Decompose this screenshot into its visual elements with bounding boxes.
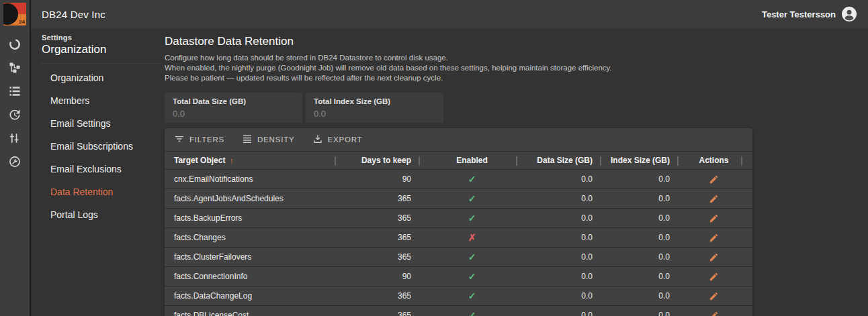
cell-days: 365 bbox=[339, 248, 423, 266]
cell-days: 365 bbox=[339, 209, 423, 227]
density-button[interactable]: DENSITY bbox=[242, 134, 294, 146]
edit-pencil-button[interactable] bbox=[707, 269, 722, 284]
table-row: facts.DataChangeLog 365 ✓ 0.0 0.0 bbox=[165, 286, 752, 306]
filters-button[interactable]: FILTERS bbox=[174, 134, 224, 146]
page-title: Datastore Data Retention bbox=[165, 35, 868, 48]
rail-item-overview[interactable] bbox=[0, 34, 30, 57]
filter-icon bbox=[174, 134, 185, 146]
table-row: facts.Changes 365 ✗ 0.0 0.0 bbox=[165, 228, 752, 248]
export-label: EXPORT bbox=[328, 136, 363, 144]
rail-item-servers[interactable] bbox=[0, 81, 30, 104]
enabled-check-icon: ✓ bbox=[468, 291, 476, 301]
enabled-check-icon: ✓ bbox=[468, 310, 476, 316]
column-resize-handle[interactable] bbox=[516, 156, 517, 166]
table-row: facts.DBLicenseCost 365 ✓ 0.0 0.0 bbox=[165, 306, 752, 316]
retention-data-grid: FILTERS DENSITY EXPORT Targ bbox=[165, 128, 752, 316]
cell-data-size: 0.0 bbox=[521, 248, 605, 266]
header-actions[interactable]: Actions bbox=[682, 152, 746, 169]
grid-header-row: Target Object ↑ Days to keep Enabled bbox=[165, 151, 752, 170]
column-resize-handle[interactable] bbox=[600, 156, 601, 166]
table-row: cnx.EmailNotifications 90 ✓ 0.0 0.0 bbox=[165, 170, 752, 189]
page-description: Configure how long data should be stored… bbox=[165, 53, 868, 83]
header-label: Days to keep bbox=[361, 156, 411, 165]
top-app-bar: DB24 Dev Inc Tester Testersson bbox=[31, 0, 868, 28]
column-resize-handle[interactable] bbox=[335, 156, 336, 166]
column-resize-handle[interactable] bbox=[741, 156, 742, 166]
update-history-icon bbox=[8, 108, 21, 124]
app-root: 24 DB24 Dev Inc bbox=[0, 0, 868, 316]
edit-pencil-button[interactable] bbox=[707, 172, 722, 187]
enabled-check-icon: ✓ bbox=[468, 193, 476, 204]
sidebar-item-email-subscriptions[interactable]: Email Subscriptions bbox=[42, 135, 161, 158]
main-content: Datastore Data Retention Configure how l… bbox=[161, 28, 868, 316]
sort-ascending-icon[interactable]: ↑ bbox=[229, 156, 234, 166]
edit-pencil-button[interactable] bbox=[707, 211, 722, 225]
header-enabled[interactable]: Enabled bbox=[423, 152, 521, 169]
cell-target: facts.AgentJobsAndSchedules bbox=[165, 189, 339, 208]
header-label: Actions bbox=[699, 156, 728, 165]
cell-target: cnx.EmailNotifications bbox=[165, 170, 339, 189]
user-name: Tester Testersson bbox=[762, 9, 836, 19]
density-icon bbox=[242, 134, 253, 146]
sidebar-item-email-settings[interactable]: Email Settings bbox=[42, 112, 161, 135]
disabled-cross-icon: ✗ bbox=[468, 232, 476, 243]
user-menu[interactable]: Tester Testersson bbox=[762, 6, 857, 22]
cell-days: 365 bbox=[339, 306, 423, 316]
stat-value: 0.0 bbox=[314, 109, 435, 119]
header-index-size[interactable]: Index Size (GB) bbox=[605, 152, 682, 169]
cell-data-size: 0.0 bbox=[521, 306, 605, 316]
sidebar-title: Organization bbox=[42, 43, 161, 56]
header-target-object[interactable]: Target Object ↑ bbox=[165, 152, 339, 169]
db24-logo[interactable]: 24 bbox=[3, 3, 26, 25]
column-resize-handle[interactable] bbox=[677, 156, 679, 166]
rail-item-history[interactable] bbox=[0, 104, 30, 127]
edit-pencil-button[interactable] bbox=[707, 308, 722, 316]
header-days-to-keep[interactable]: Days to keep bbox=[339, 152, 423, 169]
cell-target: facts.ClusterFailovers bbox=[165, 248, 339, 266]
filters-label: FILTERS bbox=[189, 136, 224, 144]
rail-item-tuning[interactable] bbox=[0, 127, 30, 151]
cell-index-size: 0.0 bbox=[605, 209, 682, 227]
edit-pencil-button[interactable] bbox=[707, 250, 722, 264]
cell-data-size: 0.0 bbox=[521, 209, 605, 227]
sidebar-item-data-retention[interactable]: Data Retention bbox=[42, 180, 161, 203]
cell-data-size: 0.0 bbox=[521, 286, 605, 305]
logo-24-badge: 24 bbox=[19, 19, 25, 25]
cell-index-size: 0.0 bbox=[605, 189, 682, 208]
total-index-size-card: Total Index Size (GB) 0.0 bbox=[306, 93, 443, 123]
cell-data-size: 0.0 bbox=[521, 267, 605, 286]
enabled-check-icon: ✓ bbox=[468, 213, 476, 223]
content-row: Settings Organization Organization Membe… bbox=[31, 28, 868, 316]
cell-data-size: 0.0 bbox=[521, 189, 605, 208]
cell-days: 365 bbox=[339, 189, 423, 208]
header-data-size[interactable]: Data Size (GB) bbox=[521, 152, 605, 169]
cell-index-size: 0.0 bbox=[605, 248, 682, 266]
edit-pencil-button[interactable] bbox=[707, 191, 722, 206]
cell-index-size: 0.0 bbox=[605, 170, 682, 189]
sidebar-item-email-exclusions[interactable]: Email Exclusions bbox=[42, 158, 161, 180]
download-icon bbox=[312, 134, 323, 146]
header-label: Enabled bbox=[456, 156, 488, 165]
table-row: facts.ClusterFailovers 365 ✓ 0.0 0.0 bbox=[165, 248, 752, 267]
cell-index-size: 0.0 bbox=[605, 306, 682, 316]
export-button[interactable]: EXPORT bbox=[312, 134, 363, 146]
sidebar-item-organization[interactable]: Organization bbox=[42, 66, 161, 89]
icon-rail: 24 bbox=[0, 0, 31, 316]
right-column: DB24 Dev Inc Tester Testersson Settings … bbox=[31, 0, 868, 316]
header-label: Data Size (GB) bbox=[537, 156, 593, 165]
rail-item-topology[interactable] bbox=[0, 57, 30, 81]
donut-chart-icon bbox=[8, 38, 21, 54]
column-resize-handle[interactable] bbox=[419, 156, 420, 166]
edit-pencil-button[interactable] bbox=[707, 288, 722, 303]
rail-item-build[interactable] bbox=[0, 151, 30, 174]
cell-days: 90 bbox=[339, 170, 423, 189]
rail-nav bbox=[0, 34, 30, 174]
cell-index-size: 0.0 bbox=[605, 286, 682, 305]
sidebar-item-portal-logs[interactable]: Portal Logs bbox=[42, 203, 161, 226]
enabled-check-icon: ✓ bbox=[468, 174, 476, 185]
edit-pencil-button[interactable] bbox=[707, 230, 722, 245]
build-tools-icon bbox=[8, 155, 21, 171]
sidebar-item-members[interactable]: Members bbox=[42, 89, 161, 112]
table-row: facts.ConnectionInfo 90 ✓ 0.0 0.0 bbox=[165, 267, 752, 286]
cell-data-size: 0.0 bbox=[521, 170, 605, 189]
